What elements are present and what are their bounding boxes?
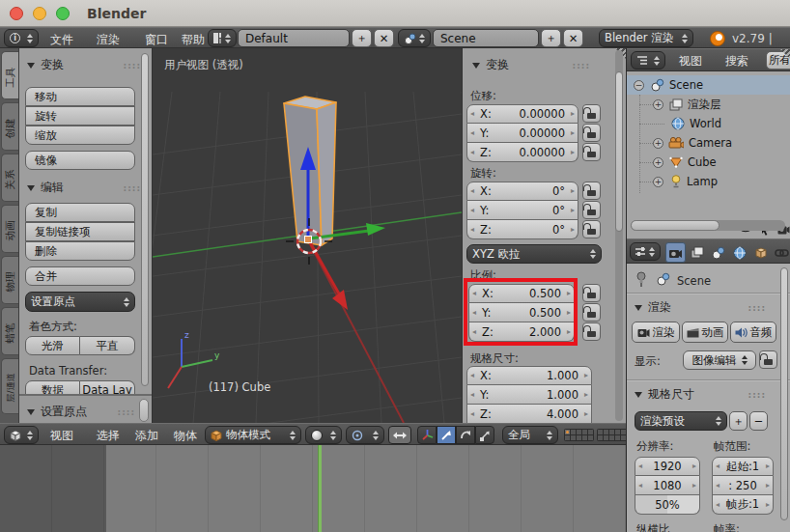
resolution-x-field[interactable]: ◂1920▸	[635, 457, 700, 476]
manipulator-rotate-button[interactable]	[456, 426, 475, 444]
tab-render[interactable]	[665, 242, 686, 263]
mode-selector[interactable]: 物体模式	[205, 426, 301, 444]
decrement-icon[interactable]: ◂	[716, 462, 719, 470]
outliner-menu-search[interactable]: 搜索	[725, 53, 748, 70]
dimension-z-field[interactable]: ◂Z:4.000▸	[466, 405, 592, 423]
menu-render[interactable]: 渲染	[97, 32, 120, 48]
add-preset-button[interactable]: ＋	[729, 411, 748, 431]
decrement-icon[interactable]: ◂	[470, 187, 474, 195]
decrement-icon[interactable]: ◂	[716, 501, 719, 509]
outliner-scrollbar[interactable]	[631, 220, 719, 231]
expand-icon[interactable]: +	[653, 177, 663, 187]
render-button[interactable]: 渲染	[632, 322, 680, 343]
location-x-field[interactable]: ◂X:0.00000▸	[466, 104, 578, 124]
expand-icon[interactable]: +	[653, 157, 663, 168]
increment-icon[interactable]: ▸	[571, 129, 575, 137]
panel-header-dimensions[interactable]: 规格尺寸 ::::	[635, 386, 777, 403]
timeline[interactable]	[0, 445, 626, 532]
lock-rotation-y[interactable]	[582, 201, 601, 219]
transform-orientation-selector[interactable]: 全局	[502, 426, 558, 444]
decrement-icon[interactable]: ◂	[470, 410, 474, 418]
rotation-order-dropdown[interactable]: XYZ 欧拉	[466, 244, 602, 264]
collapse-icon[interactable]: −	[634, 80, 644, 91]
lock-location-y[interactable]	[582, 124, 601, 142]
lock-location-x[interactable]	[582, 104, 601, 123]
properties-scrollbar[interactable]	[780, 267, 788, 520]
increment-icon[interactable]: ▸	[571, 226, 575, 234]
tab-render-layers[interactable]	[687, 242, 707, 263]
editor-type-selector-properties[interactable]	[630, 242, 661, 261]
screen-layout-field[interactable]: Default	[238, 29, 350, 47]
panel-grip-icon[interactable]: ::::	[573, 61, 590, 70]
frame-end-field[interactable]: ◂: 250▸	[712, 476, 774, 495]
npanel-scrollbar[interactable]	[615, 71, 623, 232]
display-lock-toggle[interactable]	[759, 350, 777, 369]
panel-grip-icon[interactable]: ::::	[124, 183, 141, 193]
rotation-z-field[interactable]: ◂Z:0°▸	[466, 220, 578, 239]
cube-object[interactable]	[284, 97, 336, 245]
panel-header-transform[interactable]: 变换 ::::	[27, 57, 141, 73]
translate-button[interactable]: 移动	[25, 87, 135, 106]
resolution-y-field[interactable]: ◂1080▸	[635, 476, 700, 495]
decrement-icon[interactable]: ◂	[716, 482, 719, 490]
editor-type-selector-view3d[interactable]	[4, 426, 39, 444]
render-animation-button[interactable]: 动画	[682, 322, 728, 343]
maximize-window-button[interactable]	[56, 7, 70, 20]
delete-button[interactable]: 删除	[25, 241, 135, 261]
rotate-button[interactable]: 旋转	[25, 106, 135, 126]
increment-icon[interactable]: ▸	[571, 187, 575, 195]
location-y-field[interactable]: ◂Y:0.00000▸	[466, 124, 578, 143]
pin-icon[interactable]	[635, 271, 648, 288]
view3d-menu-object[interactable]: 物体	[174, 428, 197, 444]
tab-object[interactable]	[750, 242, 771, 263]
increment-icon[interactable]: ▸	[571, 207, 575, 214]
tab-grease-pencil[interactable]: 蜡笔	[1, 307, 19, 355]
panel-header-transform-n[interactable]: 变换 ::::	[472, 57, 604, 73]
display-mode-dropdown[interactable]: 图像编辑	[683, 350, 756, 370]
decrement-icon[interactable]: ◂	[470, 110, 474, 118]
breadcrumb[interactable]: Scene	[677, 274, 711, 288]
frame-step-field[interactable]: ◂帧步:1▸	[712, 495, 774, 515]
frame-start-field[interactable]: ◂起始:1▸	[712, 457, 774, 476]
add-scene-button[interactable]: ＋	[541, 29, 561, 47]
render-audio-button[interactable]: 音频	[730, 322, 776, 343]
menu-file[interactable]: 文件	[50, 32, 73, 48]
increment-icon[interactable]: ▸	[766, 482, 770, 490]
expand-icon[interactable]: +	[653, 99, 663, 110]
duplicate-linked-button[interactable]: 复制链接项	[25, 222, 135, 241]
join-button[interactable]: 合并	[25, 266, 135, 286]
dimension-y-field[interactable]: ◂Y:1.000▸	[466, 385, 592, 405]
tab-create[interactable]: 创建	[1, 102, 19, 151]
add-layout-button[interactable]: ＋	[352, 29, 372, 47]
decrement-icon[interactable]: ◂	[470, 391, 474, 399]
decrement-icon[interactable]: ◂	[470, 226, 474, 234]
view3d-menu-select[interactable]: 选择	[97, 428, 120, 444]
outliner-item-cube[interactable]: + Cube	[627, 153, 790, 172]
manipulator-translate-button[interactable]	[437, 426, 456, 444]
render-preset-dropdown[interactable]: 渲染预设	[635, 411, 727, 431]
lock-rotation-z[interactable]	[582, 220, 601, 238]
editor-type-selector-info[interactable]: i	[4, 29, 39, 47]
outliner-item-world[interactable]: World	[627, 114, 790, 133]
minimize-window-button[interactable]	[33, 7, 46, 20]
increment-icon[interactable]: ▸	[571, 110, 575, 118]
viewport-3d[interactable]: 用户视图 (透视) (117) Cube z y	[153, 48, 462, 423]
scene-icon-button[interactable]	[398, 29, 431, 47]
outliner-item-camera[interactable]: + Camera	[627, 133, 790, 153]
layers-grid-1[interactable]	[564, 429, 594, 441]
manipulator-axes-button[interactable]	[417, 426, 437, 444]
menu-window[interactable]: 窗口	[145, 32, 168, 48]
render-engine-selector[interactable]: Blender 渲染	[599, 29, 693, 47]
menu-help[interactable]: 帮助	[182, 32, 205, 48]
decrement-icon[interactable]: ◂	[638, 482, 642, 490]
shade-smooth-button[interactable]: 光滑	[25, 336, 80, 355]
tab-scene[interactable]	[708, 242, 728, 263]
shade-flat-button[interactable]: 平直	[80, 336, 135, 355]
layers-grid-2[interactable]	[597, 429, 626, 441]
panel-grip-icon[interactable]: ::::	[748, 390, 766, 400]
lock-scale-y[interactable]	[582, 303, 601, 322]
close-window-button[interactable]	[10, 7, 23, 20]
timeline-playhead[interactable]	[318, 445, 322, 532]
view3d-menu-add[interactable]: 添加	[135, 428, 158, 444]
lock-location-z[interactable]	[582, 143, 601, 161]
